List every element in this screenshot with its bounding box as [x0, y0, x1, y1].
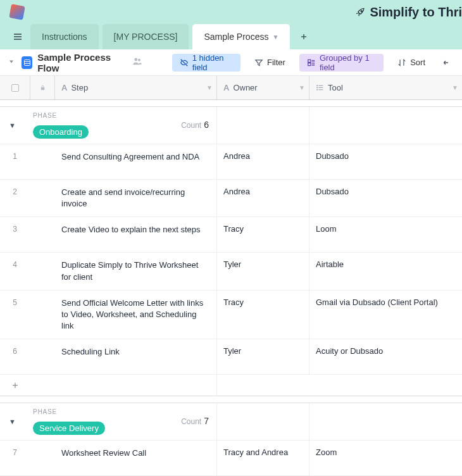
table-row[interactable]: 2 Create and send invoice/recurring invo… [0, 180, 462, 217]
table-row[interactable]: 1 Send Consulting Agreement and NDA Andr… [0, 144, 462, 180]
row-number: 1 [0, 144, 30, 179]
grid-view-icon [22, 56, 32, 69]
svg-point-11 [138, 59, 140, 61]
tab-label: Instructions [42, 32, 87, 42]
filter-label: Filter [267, 58, 285, 67]
cell-owner[interactable]: Tyler [217, 339, 309, 374]
cell-tool[interactable]: Zoom [309, 441, 462, 475]
chevron-down-icon[interactable]: ▼ [452, 84, 458, 91]
chevron-down-icon[interactable]: ▼ [299, 84, 305, 91]
cell-owner[interactable]: Andrea [217, 180, 309, 216]
cell-step[interactable]: Worksheet Review Call [55, 441, 217, 475]
cell-tool[interactable]: Gmail via Dubsado (Client Portal) [309, 291, 462, 339]
collapse-icon[interactable]: ▼ [9, 418, 16, 425]
tab-my-process[interactable]: [MY PROCESS] [103, 24, 189, 49]
add-row[interactable]: + [0, 375, 462, 396]
cell-step[interactable]: Scheduling Link [55, 339, 217, 374]
group-count: Count6 [181, 120, 209, 130]
group-field-label: PHASE [33, 408, 57, 415]
svg-point-25 [317, 89, 318, 90]
sort-label: Sort [410, 58, 425, 67]
group-header: ▼ PHASE Onboarding Count6 [0, 106, 462, 144]
cell-tool[interactable]: Loom [309, 217, 462, 252]
column-tool-label: Tool [328, 83, 343, 92]
tab-sample-process[interactable]: Sample Process ▼ [192, 24, 290, 49]
cell-step[interactable]: Send Consulting Agreement and NDA [55, 144, 217, 179]
column-owner-label: Owner [233, 83, 257, 92]
filter-button[interactable]: Filter [247, 54, 293, 72]
column-step[interactable]: A Step ▼ [55, 76, 217, 99]
menu-icon[interactable] [5, 24, 30, 49]
view-name-text: Sample Process Flow [37, 52, 122, 73]
group-label: Grouped by 1 field [320, 53, 376, 72]
hidden-fields-button[interactable]: 1 hidden field [172, 54, 240, 72]
app-logo[interactable] [9, 4, 25, 20]
svg-marker-12 [256, 60, 263, 65]
table-row[interactable]: 4 Duplicate Simply to Thrive Worksheet f… [0, 253, 462, 290]
chevron-down-icon[interactable]: ▼ [206, 84, 213, 91]
cell-step[interactable]: Create Video to explain the next steps [55, 217, 217, 252]
column-owner[interactable]: A Owner ▼ [217, 76, 309, 99]
group-header: ▼ PHASE Service Delivery Count7 [0, 403, 462, 441]
row-number: 7 [0, 441, 30, 475]
hidden-fields-label: 1 hidden field [192, 53, 233, 72]
cell-owner[interactable]: Andrea [217, 144, 309, 179]
more-button[interactable] [439, 54, 454, 72]
cell-owner[interactable]: Tracy [217, 217, 309, 252]
views-toggle[interactable] [8, 58, 15, 67]
column-headers: A Step ▼ A Owner ▼ Tool ▼ [0, 76, 462, 100]
cell-tool[interactable]: Dubsado [309, 144, 462, 179]
svg-point-24 [317, 87, 318, 88]
filter-icon [254, 58, 263, 67]
collapse-icon[interactable]: ▼ [9, 122, 16, 129]
plus-icon[interactable]: + [0, 375, 30, 396]
view-name[interactable]: Sample Process Flow [22, 52, 122, 73]
row-number: 5 [0, 291, 30, 339]
row-number: 6 [0, 339, 30, 374]
svg-marker-6 [9, 61, 13, 63]
list-icon [316, 84, 324, 92]
svg-rect-14 [308, 63, 311, 65]
cell-owner[interactable]: Tracy and Andrea [217, 441, 309, 475]
table-row[interactable]: 3 Create Video to explain the next steps… [0, 217, 462, 253]
cell-step[interactable]: Create and send invoice/recurring invoic… [55, 180, 217, 216]
group-count: Count7 [181, 416, 209, 426]
cell-step[interactable]: Duplicate Simply to Thrive Worksheet for… [55, 253, 217, 289]
group-chip: Onboarding [33, 125, 89, 139]
group-button[interactable]: Grouped by 1 field [299, 54, 384, 72]
svg-rect-7 [24, 60, 30, 65]
rocket-icon [354, 7, 366, 18]
column-step-label: Step [71, 83, 88, 92]
svg-rect-13 [308, 60, 311, 62]
group-icon [307, 58, 316, 67]
tab-label: Sample Process [204, 32, 268, 42]
select-all-column[interactable] [0, 76, 30, 99]
checkbox-icon[interactable] [11, 84, 19, 92]
svg-point-0 [361, 10, 363, 11]
row-number: 4 [0, 253, 30, 289]
collab-icon[interactable] [132, 56, 143, 69]
tab-label: [MY PROCESS] [114, 32, 178, 42]
lock-icon [39, 84, 46, 91]
add-tab-button[interactable] [294, 27, 314, 47]
group-field-label: PHASE [33, 112, 57, 119]
table-row[interactable]: 5 Send Official Welcome Letter with link… [0, 291, 462, 340]
cell-tool[interactable]: Acuity or Dubsado [309, 339, 462, 374]
svg-rect-19 [41, 87, 44, 90]
base-title: Simplify to Thri [354, 5, 462, 20]
svg-point-10 [134, 58, 137, 61]
cell-step[interactable]: Send Official Welcome Letter with links … [55, 291, 217, 339]
chevron-down-icon[interactable]: ▼ [272, 34, 278, 41]
tab-instructions[interactable]: Instructions [30, 24, 99, 49]
sort-button[interactable]: Sort [390, 54, 433, 72]
lock-column [30, 76, 55, 99]
table-row[interactable]: 7 Worksheet Review Call Tracy and Andrea… [0, 441, 462, 476]
cell-owner[interactable]: Tyler [217, 253, 309, 289]
row-number: 2 [0, 180, 30, 216]
column-tool[interactable]: Tool ▼ [309, 76, 462, 99]
cell-tool[interactable]: Airtable [309, 253, 462, 289]
base-title-text: Simplify to Thri [370, 5, 462, 20]
cell-owner[interactable]: Tracy [217, 291, 309, 339]
table-row[interactable]: 6 Scheduling Link Tyler Acuity or Dubsad… [0, 339, 462, 375]
cell-tool[interactable]: Dubsado [309, 180, 462, 216]
